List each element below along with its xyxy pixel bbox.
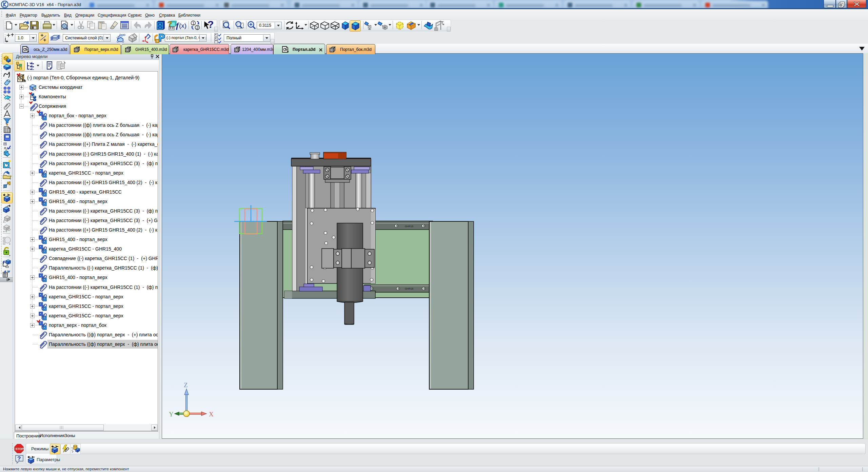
svg-text:GHR15: GHR15 — [405, 225, 413, 228]
svg-text:1: 1 — [192, 21, 195, 26]
svg-text:?: ? — [17, 455, 21, 462]
svg-text:(x): (x) — [179, 22, 186, 29]
svg-text:Y: Y — [169, 411, 174, 418]
svg-text:X: X — [209, 411, 214, 418]
svg-text:GHR15: GHR15 — [405, 287, 413, 290]
svg-text:Z: Z — [184, 381, 188, 389]
svg-text:2: 2 — [196, 25, 199, 30]
svg-text:STOP: STOP — [15, 447, 23, 451]
